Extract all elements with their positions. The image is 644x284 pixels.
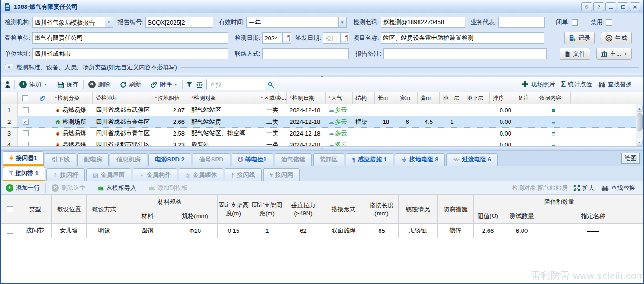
column-header-resistance[interactable]: *接地阻值 [152,92,188,104]
column-header-sort[interactable]: 排序 [490,92,515,104]
cell-target[interactable]: 配气站站房 [188,116,258,127]
cell-length[interactable] [375,128,397,139]
cell-height[interactable] [418,104,440,116]
cell-area[interactable]: 一类 [258,128,287,139]
tab-lightning-rod[interactable]: ⇧ 接闪杆 [46,168,85,181]
column-header-note[interactable]: 备注 [515,92,536,104]
column-header-above[interactable]: 地上层 [440,92,464,104]
cell-width[interactable] [397,104,418,116]
search-input[interactable] [207,79,265,90]
row-select-cell[interactable] [18,128,33,139]
cell-bracket-height[interactable]: 0.15 [218,224,250,238]
cell-weather[interactable]: ☁多云 [326,128,353,139]
cell-below[interactable] [464,104,490,116]
calendar-icon[interactable] [283,32,291,44]
phone-input[interactable] [381,17,465,28]
detail-header-lap-type[interactable]: 搭接形式 [322,195,365,224]
valid-select[interactable]: 一年 [246,17,347,28]
tab-oil-gas-tank[interactable]: 油气储罐 [275,153,312,166]
unit-input[interactable] [32,32,228,44]
cell-above[interactable] [440,139,464,146]
issue-date-input[interactable] [323,32,341,44]
scrollbar-thumb[interactable] [637,113,643,131]
cell-date[interactable]: 2024-12-18 [287,116,326,127]
cell-date[interactable]: 2024-12-18 [287,104,326,116]
tab-metal-roof[interactable]: ▨ 金属屋面 [86,168,131,181]
tab-induction[interactable]: ¶ 感应措施 1 [346,153,393,166]
row-select-cell[interactable] [18,116,33,127]
help-icon[interactable] [593,2,604,11]
cell-height[interactable]: 4.5 [418,116,440,127]
cell-height[interactable] [418,128,440,139]
chevron-down-icon[interactable] [44,83,47,87]
detail-header-position[interactable]: 敷设位置 [52,195,87,224]
cell-name[interactable]: —— [541,224,644,238]
cell-area[interactable]: 一类 [258,104,287,116]
cell-length[interactable]: 18 [375,116,397,127]
detail-header-material[interactable]: 材料 [122,209,173,224]
cell-note[interactable] [515,116,536,127]
detail-header-bracket-span[interactable]: 固定支架间距(m) [250,195,284,224]
cell-sort[interactable]: 0.00 [490,139,515,146]
scroll-down-icon[interactable]: ▼ [637,139,643,146]
tab-signal-spd[interactable]: 信号SPD [193,153,230,166]
cell-lap-type[interactable]: 双面施焊 [322,224,365,238]
cell-address[interactable]: 四川省成都市青羊区 [93,128,152,139]
row-checkbox[interactable] [7,228,13,234]
cell-sort[interactable]: 0.00 [490,104,515,116]
cell-category[interactable]: 易燃易爆 [52,104,93,116]
cell-material[interactable]: 圆钢 [122,224,173,238]
cell-address[interactable]: 四川省成都市武侯区 [93,104,152,116]
cell-sort[interactable]: 0.00 [490,116,515,127]
tab-lightning-net[interactable]: # 接闪网 [263,168,300,181]
collapse-down-icon[interactable] [306,147,338,150]
cell-rust[interactable]: 无锈蚀 [399,224,438,238]
column-header-length[interactable]: 长m [375,92,397,104]
columns-swap-icon[interactable] [196,81,203,88]
chevron-down-icon[interactable]: ▼ [624,52,627,56]
cell-target[interactable]: 撬装站 [188,139,258,146]
cell-structure[interactable] [353,139,375,146]
row-checkbox[interactable] [23,142,29,147]
detail-header-anticorrosion[interactable]: 防腐措施 [438,195,474,224]
cell-content[interactable]: ≡ [536,128,571,139]
cell-resistance[interactable]: 2.58 [152,128,188,139]
remark-input[interactable] [383,48,547,59]
tab-metal-component[interactable]: 金属构件 [133,168,177,181]
site-photos-button[interactable]: ✚ 现场照片 [520,79,556,90]
cell-weather[interactable]: ☁多云 [326,116,353,127]
cell-target[interactable]: 配气站站区 [188,104,258,116]
cell-below[interactable] [464,128,490,139]
cell-lap-length[interactable]: 65 [365,224,399,238]
find-replace-button[interactable]: 查找替换 [597,79,633,90]
splitter-bottom[interactable] [1,146,643,150]
cell-weather[interactable]: ☁多云 [326,139,353,146]
detail-row[interactable]: 接闪带 女儿墙 明设 圆钢 Φ10 0.15 1 62 双面施焊 65 无锈蚀 … [1,224,644,238]
detail-header-name[interactable]: 指定名称 [541,209,644,224]
list-icon[interactable]: ≡ [552,129,556,137]
cell-length[interactable] [375,104,397,116]
column-header-height[interactable]: 高m [418,92,440,104]
cell-attachment[interactable] [33,139,52,146]
select-all-checkbox[interactable] [22,95,28,101]
expand-button[interactable]: 扩大 [572,183,596,193]
tab-power-room[interactable]: 配电房 [77,153,109,166]
attachment-button[interactable]: 附件 [149,79,179,90]
column-header-area[interactable]: *区域/类... [258,92,287,104]
cell-area[interactable]: 二类 [258,116,287,127]
column-header-category[interactable]: *检测分类 [52,92,93,104]
generate-button[interactable]: 生成 [601,32,632,44]
cell-bracket-span[interactable]: 1 [250,224,284,238]
tab-lightning-belt[interactable]: T 接闪带 1 [3,167,45,181]
addr-input[interactable] [32,48,228,59]
tab-lightning-wire[interactable]: † 接闪线 [225,168,261,181]
cell-weather[interactable]: ☁多云 [326,104,353,116]
delete-button[interactable]: × 删除 [87,79,111,90]
save-button[interactable]: 保存 [56,79,80,90]
attachment-column-header[interactable] [33,92,52,104]
add-button[interactable]: + 添加 [18,79,49,90]
detail-header-resistance[interactable]: 阻值(Ω) [474,209,502,224]
settings-icon[interactable] [581,2,592,11]
column-header-below[interactable]: 地下层 [464,92,490,104]
cell-sort[interactable]: 0.00 [490,128,515,139]
